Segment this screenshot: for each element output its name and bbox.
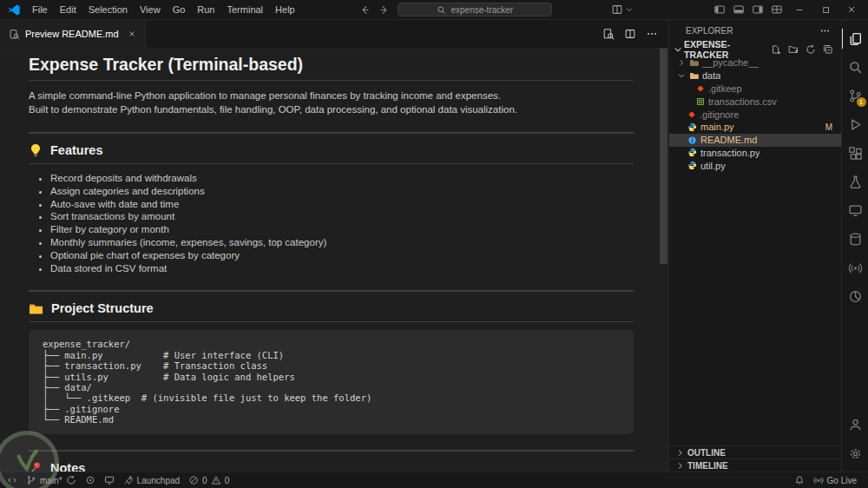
menu-selection[interactable]: Selection (82, 0, 134, 19)
more-actions-icon[interactable] (646, 28, 658, 40)
git-icon (696, 84, 705, 93)
launchpad-status-item[interactable]: Launchpad (119, 472, 185, 488)
menu-run[interactable]: Run (191, 0, 220, 19)
activity-live-share[interactable] (842, 254, 868, 282)
navigate-back-icon[interactable] (359, 4, 371, 16)
menu-help[interactable]: Help (269, 0, 301, 19)
tree-item-transactions-csv[interactable]: transactions.csv (669, 95, 841, 108)
code-block: expense_tracker/├── main.py # User inter… (29, 330, 634, 433)
run-debug-icon (848, 117, 863, 132)
readme-icon (687, 135, 697, 145)
feature-item: Data stored in CSV format (50, 262, 634, 275)
activity-search[interactable] (842, 53, 868, 82)
status-extension-item-1[interactable] (81, 472, 100, 488)
status-bar: main* Launchpad 0 0 Go Live (0, 472, 868, 488)
git-branch-icon (26, 475, 36, 485)
modified-badge: M (825, 122, 841, 132)
feature-item: Filter by category or month (50, 223, 634, 236)
remote-indicator[interactable] (3, 472, 22, 488)
divider (29, 290, 634, 292)
menu-terminal[interactable]: Terminal (221, 0, 270, 19)
activity-testing[interactable] (842, 168, 868, 196)
collapse-folders-icon[interactable] (823, 44, 833, 55)
code-line: expense_tracker/ (43, 339, 620, 349)
dot-circle-icon (85, 475, 95, 485)
workspace-root-row[interactable]: EXPENSE-TRACKER (669, 42, 841, 56)
minimize-button[interactable] (790, 4, 809, 15)
new-file-icon[interactable] (771, 44, 781, 55)
menu-edit[interactable]: Edit (54, 0, 82, 19)
outline-section[interactable]: OUTLINE (669, 445, 841, 458)
broadcast-icon (848, 260, 863, 275)
remote-icon (7, 475, 17, 485)
command-center-search[interactable]: expense-tracker (398, 3, 552, 16)
menu-view[interactable]: View (134, 0, 167, 19)
workbench: Preview README.md Expense Tracker (Termi… (0, 20, 868, 472)
features-heading: Features (29, 142, 634, 164)
editor-layout-dropdown[interactable] (611, 3, 634, 16)
refresh-explorer-icon[interactable] (806, 44, 816, 55)
close-tab-icon[interactable] (128, 30, 136, 38)
errors-icon (188, 475, 199, 485)
new-folder-icon[interactable] (788, 44, 799, 55)
accounts-button[interactable] (842, 411, 868, 439)
rocket-icon (123, 475, 134, 485)
activity-remote-explorer[interactable] (842, 196, 868, 225)
tree-item-util-py[interactable]: util.py (669, 159, 841, 172)
open-changes-icon[interactable] (602, 28, 615, 40)
timeline-label: TIMELINE (687, 461, 728, 471)
feature-item: Monthly summaries (income, expenses, sav… (50, 236, 634, 249)
toggle-primary-sidebar-icon[interactable] (713, 3, 726, 16)
tree-item-pycache[interactable]: __pycache__ (669, 56, 841, 69)
activity-explorer[interactable] (842, 24, 868, 53)
tree-item-data[interactable]: data (669, 69, 841, 82)
code-line: ├── main.py # User interface (CLI) (43, 350, 620, 360)
features-list: Record deposits and withdrawals Assign c… (29, 172, 634, 274)
sync-icon (66, 475, 76, 485)
branch-status-item[interactable]: main* (22, 472, 81, 488)
tree-item-main-py[interactable]: main.py M (669, 121, 841, 134)
toggle-panel-icon[interactable] (733, 3, 745, 16)
folder-icon (689, 58, 699, 68)
menu-file[interactable]: File (26, 0, 54, 19)
customize-layout-icon[interactable] (771, 3, 783, 16)
explorer-sidebar: EXPLORER EXPENSE-TRACKER __pycache__ (668, 20, 841, 472)
activity-extensions[interactable] (842, 139, 868, 168)
preview-scrollbar[interactable] (660, 49, 667, 472)
navigate-forward-icon[interactable] (378, 4, 390, 16)
errors-count: 0 (202, 476, 207, 485)
tree-item-gitignore[interactable]: .gitignore (669, 108, 841, 121)
scm-changes-badge: 1 (857, 97, 866, 107)
problems-status-item[interactable]: 0 0 (184, 472, 233, 488)
tree-item-transaction-py[interactable]: transaction.py (669, 147, 841, 160)
python-icon (687, 161, 697, 170)
notifications-bell[interactable] (790, 472, 809, 488)
toggle-secondary-sidebar-icon[interactable] (752, 3, 764, 16)
menu-go[interactable]: Go (167, 0, 192, 19)
vscode-logo-icon (8, 3, 21, 16)
scrollbar-thumb[interactable] (660, 49, 667, 264)
tree-item-gitkeep[interactable]: .gitkeep (669, 82, 841, 96)
settings-button[interactable] (842, 439, 868, 468)
timeline-section[interactable]: TIMELINE (669, 458, 841, 472)
intro-line-1: A simple command-line Python application… (29, 89, 634, 102)
activity-run-debug[interactable] (842, 110, 868, 139)
tab-preview-readme[interactable]: Preview README.md (0, 20, 146, 48)
split-editor-right-icon[interactable] (624, 28, 636, 40)
menu-bar: File Edit Selection View Go Run Terminal… (26, 0, 301, 19)
status-extension-item-2[interactable] (100, 472, 119, 488)
maximize-button[interactable] (816, 5, 835, 15)
activity-usage[interactable] (842, 282, 868, 311)
go-live-status-item[interactable]: Go Live (809, 472, 861, 488)
extensions-icon (848, 146, 863, 161)
feature-item: Assign categories and descriptions (50, 185, 634, 198)
flask-icon (848, 175, 863, 189)
explorer-more-actions-icon[interactable] (819, 25, 831, 36)
activity-source-control[interactable]: 1 (842, 82, 868, 110)
activity-database[interactable] (842, 225, 868, 254)
tree-item-label: transactions.csv (708, 96, 777, 107)
code-line: ├── transaction.py # Transaction class (43, 360, 620, 371)
close-window-button[interactable] (842, 4, 861, 15)
tree-item-readme-md[interactable]: README.md (669, 134, 841, 147)
python-icon (687, 122, 697, 132)
